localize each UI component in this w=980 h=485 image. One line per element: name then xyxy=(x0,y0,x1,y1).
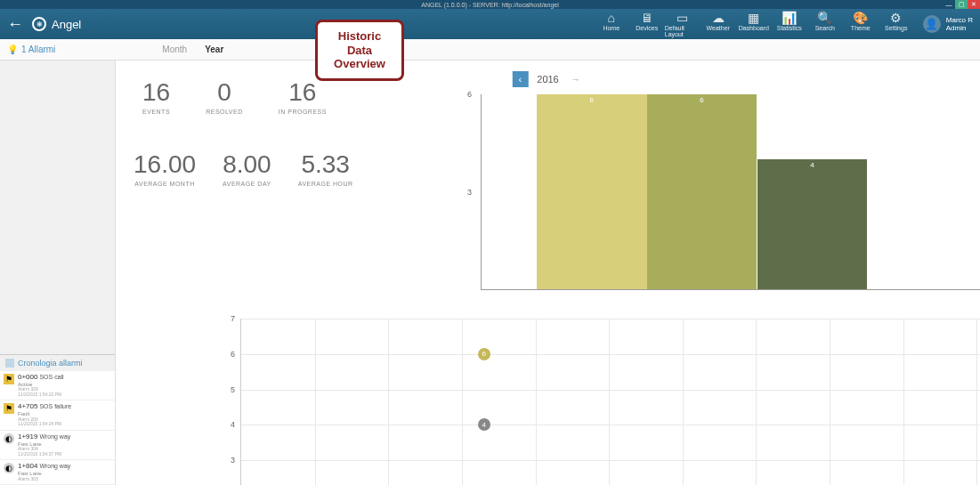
statistics-icon: 📊 xyxy=(782,11,797,25)
content: ‹ 2016 → 16EVENTS0RESOLVED16IN PROGRESS … xyxy=(116,61,980,485)
alarm-icon: ◐ xyxy=(4,463,14,473)
nav-statistics[interactable]: 📊Statistics xyxy=(772,9,807,39)
y-tick: 5 xyxy=(231,385,235,394)
nav-devices[interactable]: 🖥Devices xyxy=(629,9,665,39)
bar[interactable]: 6 xyxy=(647,94,757,289)
sidebar: Cronologia allarmi ⚑ 0+000 SOS call Acti… xyxy=(0,61,116,485)
tab-year[interactable]: Year xyxy=(205,44,223,54)
weather-icon: ☁ xyxy=(712,11,725,25)
stat-in-progress: 16IN PROGRESS xyxy=(279,78,327,115)
gridline xyxy=(462,319,463,485)
alarm-icon: ◐ xyxy=(4,433,14,444)
annotation-callout: Historic Data Overview xyxy=(315,20,404,81)
bar[interactable]: 4 xyxy=(757,159,868,289)
cronologia-header[interactable]: Cronologia allarmi xyxy=(0,354,115,371)
maximize-button[interactable]: ▢ xyxy=(955,0,968,9)
alarm-item[interactable]: ◐ 1+919 Wrong way Fast Lane Alarm 304 11… xyxy=(0,431,115,460)
user-role: Admin xyxy=(946,24,973,32)
y-tick: 6 xyxy=(231,350,235,359)
alarm-item[interactable]: ⚑ 4+705 SOS failure Fault Alarm 200 11/2… xyxy=(0,400,115,430)
nav-search[interactable]: 🔍Search xyxy=(807,9,843,39)
window-title: ANGEL (1.0.0.0) - SERVER: http://localho… xyxy=(0,2,980,8)
stat-average-hour: 5.33AVERAGE HOUR xyxy=(298,150,353,187)
user-area[interactable]: 👤 Marco R Admin xyxy=(923,15,973,33)
gridline xyxy=(241,354,980,355)
data-point[interactable]: 4 xyxy=(478,418,490,431)
user-name: Marco R xyxy=(946,16,973,24)
gridline xyxy=(536,319,537,485)
alarm-count[interactable]: 💡 1 Allarmi xyxy=(7,44,55,54)
logo[interactable]: ❋ Angel xyxy=(32,17,81,31)
logo-icon: ❋ xyxy=(32,17,46,31)
app-name: Angel xyxy=(52,18,81,31)
theme-icon: 🎨 xyxy=(853,11,868,25)
gridline xyxy=(241,460,980,461)
bar-chart: 36664 xyxy=(481,94,980,290)
tab-month[interactable]: Month xyxy=(162,44,187,54)
year-value: 2016 xyxy=(537,74,558,85)
stat-average-day: 8.00AVERAGE DAY xyxy=(223,150,271,187)
bulb-icon: 💡 xyxy=(7,44,18,54)
gridline xyxy=(830,319,830,485)
dashboard-icon: ▦ xyxy=(748,11,759,25)
data-point[interactable]: 6 xyxy=(478,348,490,360)
gridline xyxy=(683,319,684,485)
y-tick: 4 xyxy=(231,420,235,429)
devices-icon: 🖥 xyxy=(641,11,653,25)
stat-resolved: 0RESOLVED xyxy=(206,78,243,115)
bar[interactable]: 6 xyxy=(537,94,647,289)
nav-default-layout[interactable]: ▭Default Layout xyxy=(665,9,701,39)
home-icon: ⌂ xyxy=(608,11,615,25)
gridline xyxy=(609,319,610,485)
alarm-item[interactable]: ⚑ 0+000 SOS call Active Alarm 329 11/2/2… xyxy=(0,371,115,400)
y-tick: 3 xyxy=(231,456,235,465)
gridline xyxy=(903,319,904,485)
y-tick: 3 xyxy=(467,188,472,197)
minimize-button[interactable]: — xyxy=(943,0,955,9)
nav-weather[interactable]: ☁Weather xyxy=(701,9,736,39)
nav-home[interactable]: ⌂Home xyxy=(594,9,629,39)
topbar: ← ❋ Angel ⌂Home🖥Devices▭Default Layout☁W… xyxy=(0,9,980,39)
line-chart: 23456764 xyxy=(240,319,980,485)
gridline xyxy=(241,319,980,319)
close-button[interactable]: ✕ xyxy=(968,0,980,9)
y-tick: 6 xyxy=(467,90,472,99)
gridline xyxy=(976,319,977,485)
nav-settings[interactable]: ⚙Settings xyxy=(879,9,914,39)
subbar: 💡 1 Allarmi Month Year xyxy=(0,39,980,61)
alarm-icon: ⚑ xyxy=(4,403,14,414)
calendar-icon xyxy=(5,359,14,368)
stat-average-month: 16.00AVERAGE MONTH xyxy=(134,150,196,187)
settings-icon: ⚙ xyxy=(890,11,902,25)
nav-theme[interactable]: 🎨Theme xyxy=(843,9,879,39)
user-icon: 👤 xyxy=(923,15,941,33)
search-icon: 🔍 xyxy=(817,11,832,25)
year-prev-button[interactable]: ‹ xyxy=(512,71,528,87)
year-nav: ‹ 2016 → xyxy=(512,71,583,87)
gridline xyxy=(756,319,757,485)
default layout-icon: ▭ xyxy=(676,11,688,25)
gridline xyxy=(241,424,980,425)
alarm-item[interactable]: ◐ 1+804 Wrong way Fast Lane Alarm 303 xyxy=(0,460,115,485)
y-tick: 7 xyxy=(231,314,235,323)
nav-dashboard[interactable]: ▦Dashboard xyxy=(736,9,772,39)
alarm-icon: ⚑ xyxy=(4,374,14,384)
year-next-button[interactable]: → xyxy=(568,71,584,87)
gridline xyxy=(388,319,389,485)
stat-events: 16EVENTS xyxy=(142,78,170,115)
back-button[interactable]: ← xyxy=(7,15,23,34)
gridline xyxy=(241,390,980,391)
gridline xyxy=(315,319,316,485)
